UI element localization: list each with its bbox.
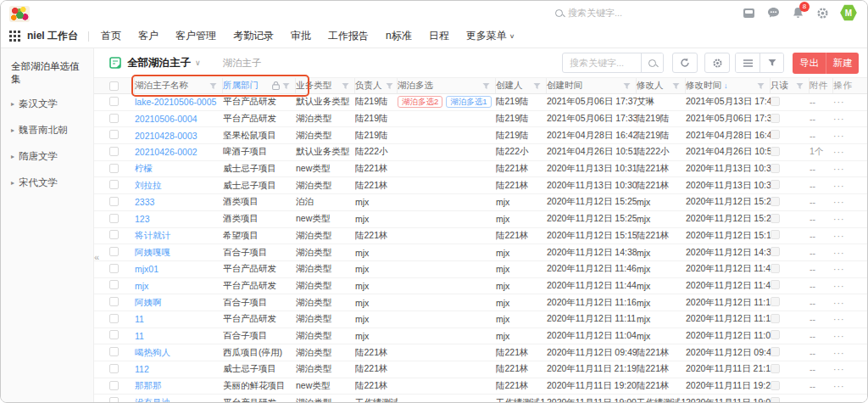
row-actions-button[interactable]: ··· — [833, 164, 859, 174]
row-checkbox[interactable] — [109, 130, 119, 139]
row-checkbox[interactable] — [109, 347, 119, 356]
refresh-button[interactable] — [672, 53, 698, 73]
nav-more-menu[interactable]: 更多菜单 ∨ — [466, 29, 515, 43]
table-row[interactable]: 柠檬威士忌子项目new类型陆221林陆221林2020年11月13日 10:31… — [94, 161, 867, 178]
readonly-checkbox[interactable] — [771, 197, 780, 206]
record-name-link[interactable]: 将计就计 — [135, 230, 223, 242]
row-actions-button[interactable]: ··· — [833, 331, 859, 341]
record-name-link[interactable]: 刘拉拉 — [135, 180, 223, 192]
view-tab[interactable]: 湖泊主子 — [223, 57, 262, 70]
row-checkbox[interactable] — [109, 297, 119, 306]
readonly-checkbox[interactable] — [771, 280, 780, 289]
row-checkbox[interactable] — [109, 197, 119, 206]
filter-button[interactable] — [760, 53, 783, 72]
column-settings-button[interactable] — [704, 53, 730, 73]
table-search-input[interactable] — [563, 58, 641, 68]
readonly-checkbox[interactable] — [771, 347, 780, 356]
table-row[interactable]: mjx01平台产品研发湖泊类型mjxmjx2020年11月12日 11:46mj… — [94, 261, 867, 278]
nav-item-审批[interactable]: 审批 — [291, 29, 311, 43]
row-checkbox[interactable] — [109, 364, 119, 373]
sidebar-item-秦汉文学[interactable]: ▸秦汉文学 — [11, 98, 86, 110]
expand-triangle-icon[interactable]: ▸ — [11, 179, 14, 187]
column-header-创建人[interactable]: 创建人 — [496, 78, 547, 93]
company-logo[interactable] — [9, 6, 30, 22]
table-row[interactable]: mjx平台产品研发湖泊类型mjxmjx2020年11月12日 11:44mjx2… — [94, 278, 867, 295]
record-name-link[interactable]: lake-20210506-0005 — [135, 97, 223, 107]
row-checkbox[interactable] — [109, 381, 119, 390]
row-height-button[interactable] — [736, 53, 760, 72]
row-checkbox[interactable] — [109, 97, 119, 106]
row-actions-button[interactable]: ··· — [833, 314, 859, 324]
readonly-checkbox[interactable] — [771, 381, 780, 390]
row-actions-button[interactable]: ··· — [833, 264, 859, 274]
global-search[interactable] — [555, 8, 682, 18]
record-name-link[interactable]: 20210426-0002 — [135, 147, 223, 157]
readonly-checkbox[interactable] — [771, 397, 780, 403]
readonly-checkbox[interactable] — [771, 97, 780, 106]
readonly-checkbox[interactable] — [771, 297, 780, 306]
filter-funnel-icon[interactable] — [282, 82, 290, 90]
readonly-checkbox[interactable] — [771, 330, 780, 339]
row-checkbox[interactable] — [109, 280, 119, 289]
row-actions-button[interactable]: ··· — [833, 381, 859, 391]
record-name-link[interactable]: mjx — [135, 281, 223, 291]
row-actions-button[interactable]: ··· — [833, 197, 859, 207]
table-row[interactable]: 11平台产品研发湖泊类型mjxmjx2020年11月12日 11:11mjx20… — [94, 311, 867, 328]
filter-funnel-icon[interactable] — [757, 82, 765, 90]
readonly-checkbox[interactable] — [771, 230, 780, 239]
nav-item-客户管理[interactable]: 客户管理 — [175, 29, 216, 43]
row-checkbox[interactable] — [109, 147, 119, 156]
user-avatar[interactable]: M — [840, 4, 857, 21]
row-actions-button[interactable]: ··· — [833, 214, 859, 224]
record-name-link[interactable]: 11 — [135, 314, 223, 324]
readonly-checkbox[interactable] — [771, 364, 780, 373]
table-row[interactable]: 阿姨嘎嘎百合子项目湖泊类型mjxmjx2020年11月12日 14:38mjx2… — [94, 244, 867, 261]
nav-item-客户[interactable]: 客户 — [138, 29, 159, 43]
column-header-修改人[interactable]: 修改人 — [637, 78, 686, 93]
table-row[interactable]: 喝热狗人西瓜项目(停用)湖泊类型陆221林陆221林2020年11月12日 09… — [94, 344, 867, 361]
sort-desc-icon[interactable]: ↓ — [724, 81, 728, 90]
filter-funnel-icon[interactable] — [672, 82, 680, 90]
row-actions-button[interactable]: ··· — [833, 298, 859, 308]
readonly-checkbox[interactable] — [771, 314, 780, 323]
app-grid-icon[interactable] — [9, 31, 20, 42]
row-actions-button[interactable]: ··· — [833, 281, 859, 291]
record-name-link[interactable]: mjx01 — [135, 264, 223, 274]
sidebar-item-隋唐文学[interactable]: ▸隋唐文学 — [11, 150, 86, 163]
table-row[interactable]: 20210428-0003坚果松鼠项目湖泊类型陆219陆陆219陆2021年04… — [94, 127, 867, 144]
view-title[interactable]: 全部湖泊主子 — [127, 56, 191, 70]
readonly-checkbox[interactable] — [771, 164, 780, 173]
table-search[interactable] — [562, 53, 664, 73]
row-actions-button[interactable]: ··· — [833, 364, 859, 374]
readonly-checkbox[interactable] — [771, 147, 780, 156]
row-checkbox[interactable] — [109, 114, 119, 123]
row-actions-button[interactable]: ··· — [833, 181, 859, 191]
record-name-link[interactable]: 11 — [135, 331, 223, 341]
table-row[interactable]: 将计就计希望项目湖泊类型陆221林陆221林2020年11月12日 15:15陆… — [94, 228, 867, 245]
row-checkbox[interactable] — [109, 397, 119, 403]
workspace-title[interactable]: niel 工作台 — [27, 29, 78, 43]
nav-item-日程[interactable]: 日程 — [429, 29, 449, 43]
filter-funnel-icon[interactable] — [482, 82, 490, 90]
create-button[interactable]: 新建 — [826, 53, 859, 74]
record-name-link[interactable]: 20210428-0003 — [135, 131, 223, 141]
filter-funnel-icon[interactable] — [796, 82, 804, 90]
export-button[interactable]: 导出 — [793, 53, 826, 74]
table-row[interactable]: 2333酒类项目泊泊mjxmjx2020年11月12日 15:25mjx2020… — [94, 194, 867, 211]
record-name-link[interactable]: 2333 — [135, 197, 223, 207]
nav-item-工作报告[interactable]: 工作报告 — [328, 29, 369, 43]
table-row[interactable]: 20210506-0004平台产品研发湖泊类型陆219陆陆219陆2021年05… — [94, 111, 867, 128]
workbench-icon[interactable] — [742, 6, 755, 20]
filter-funnel-icon[interactable] — [209, 82, 217, 90]
readonly-checkbox[interactable] — [771, 114, 780, 123]
filter-funnel-icon[interactable] — [386, 82, 393, 90]
record-name-link[interactable]: 123 — [135, 214, 223, 224]
filter-funnel-icon[interactable] — [533, 82, 541, 90]
record-name-link[interactable]: 阿姨嘎嘎 — [135, 247, 223, 259]
table-row[interactable]: 20210426-0002啤酒子项目默认业务类型陆222小陆222小2021年0… — [94, 144, 867, 161]
notification-bell-icon[interactable]: 8 — [791, 6, 804, 20]
readonly-checkbox[interactable] — [771, 180, 780, 189]
row-actions-button[interactable]: ··· — [833, 231, 859, 241]
record-name-link[interactable]: 柠檬 — [135, 163, 223, 175]
row-actions-button[interactable]: ··· — [833, 147, 859, 157]
